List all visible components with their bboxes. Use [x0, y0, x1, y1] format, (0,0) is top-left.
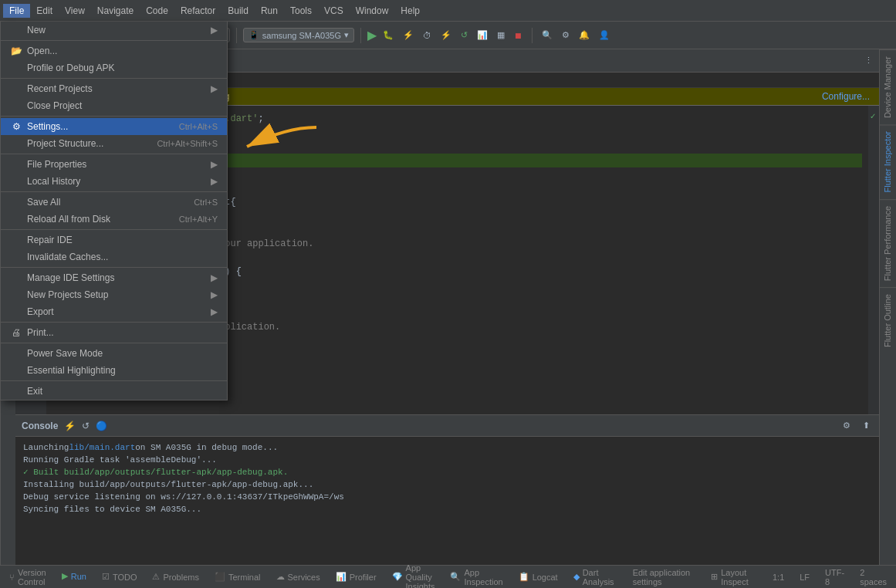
- menu-item-essential-highlighting[interactable]: Essential Highlighting: [1, 362, 227, 379]
- sep7: [1, 267, 227, 268]
- layout-inspect-icon: ⊞: [711, 572, 718, 582]
- panel-controls: ⚙ ⬆: [840, 419, 873, 432]
- menu-item-save-all[interactable]: Save All Ctrl+S: [1, 194, 227, 211]
- status-app-quality[interactable]: 💎 App Quality Insights: [389, 563, 438, 589]
- status-line-ending[interactable]: LF: [796, 568, 813, 586]
- menu-window[interactable]: Window: [350, 4, 395, 18]
- menu-item-local-history[interactable]: Local History ▶: [1, 173, 227, 190]
- right-gutter: ✓: [868, 106, 879, 414]
- dart-analysis-icon: ◆: [573, 572, 580, 582]
- sep5: [1, 191, 227, 192]
- menu-edit[interactable]: Edit: [30, 4, 59, 18]
- search-everywhere-button[interactable]: 🔍: [539, 29, 556, 42]
- status-run[interactable]: ▶ Run: [59, 563, 90, 589]
- menu-item-reload[interactable]: Reload All from Disk Ctrl+Alt+Y: [1, 211, 227, 228]
- tab-menu-button[interactable]: ⋮: [861, 54, 876, 67]
- status-version-control[interactable]: ⑂ Version Control: [6, 563, 49, 589]
- run-status-label: Run: [71, 572, 86, 581]
- menu-item-repair-ide[interactable]: Repair IDE: [1, 231, 227, 248]
- console-line-5: Debug service listening on ws://127.0.0.…: [23, 491, 871, 503]
- profile-button[interactable]: ⏱: [420, 29, 434, 42]
- flutter-outline-tab[interactable]: Flutter Outline: [880, 287, 897, 353]
- debug-button[interactable]: 🐛: [380, 29, 397, 42]
- problems-label: Problems: [163, 573, 198, 582]
- status-todo[interactable]: ☑ TODO: [99, 563, 140, 589]
- status-app-inspection[interactable]: 🔍 App Inspection: [447, 563, 505, 589]
- menu-item-print[interactable]: 🖨 Print...: [1, 324, 227, 341]
- console-content: Launching lib/main.dart on SM A035G in d…: [15, 437, 879, 565]
- menu-item-file-properties[interactable]: File Properties ▶: [1, 156, 227, 173]
- menu-item-new[interactable]: New ▶: [1, 22, 227, 39]
- edit-app-settings[interactable]: Edit application settings: [630, 568, 699, 586]
- menu-item-project-structure[interactable]: Project Structure... Ctrl+Alt+Shift+S: [1, 135, 227, 152]
- device-manager-tab[interactable]: Device Manager: [880, 49, 897, 124]
- services-label: Services: [288, 573, 320, 582]
- filter-icon[interactable]: 🔵: [96, 421, 107, 431]
- status-terminal[interactable]: ⬛ Terminal: [211, 563, 264, 589]
- menu-item-recent-projects[interactable]: Recent Projects ▶: [1, 80, 227, 97]
- settings-icon: ⚙: [10, 121, 22, 132]
- menu-navigate[interactable]: Navigate: [91, 4, 140, 18]
- flutter-inspector-tab[interactable]: Flutter Inspector: [880, 124, 897, 198]
- run-status-icon: ▶: [62, 571, 68, 581]
- flutter-perf-button[interactable]: 📊: [474, 29, 491, 42]
- menu-build[interactable]: Build: [221, 4, 255, 18]
- arrow-file-props: ▶: [211, 159, 218, 170]
- sep2: [1, 78, 227, 79]
- menu-item-profile-debug[interactable]: Profile or Debug APK: [1, 59, 227, 76]
- status-services[interactable]: ☁ Services: [273, 563, 323, 589]
- console-line-3: ✓ Built build/app/outputs/flutter-apk/ap…: [23, 466, 871, 478]
- hot-reload-button[interactable]: ⚡: [438, 29, 455, 42]
- panel-settings-button[interactable]: ⚙: [840, 419, 854, 432]
- attach-button[interactable]: ⚡: [400, 29, 417, 42]
- menu-view[interactable]: View: [59, 4, 91, 18]
- sep3: [1, 116, 227, 117]
- menu-item-settings[interactable]: ⚙ Settings... Ctrl+Alt+S: [1, 118, 227, 135]
- menu-refactor[interactable]: Refactor: [174, 4, 221, 18]
- menu-item-exit[interactable]: Exit: [1, 383, 227, 400]
- logcat-label: Logcat: [533, 573, 558, 582]
- bottom-panel: Console ⚡ ↺ 🔵 ⚙ ⬆ Launching lib/main.dar…: [15, 414, 879, 565]
- hot-restart-button[interactable]: ↺: [458, 29, 471, 42]
- arrow-new-projects: ▶: [211, 289, 218, 300]
- account-button[interactable]: 👤: [596, 29, 613, 42]
- problems-icon: ⚠: [152, 572, 160, 582]
- menu-item-close-project[interactable]: Close Project: [1, 97, 227, 114]
- panel-restore-button[interactable]: ⬆: [860, 419, 873, 432]
- todo-label: TODO: [113, 573, 137, 582]
- menu-item-manage-ide[interactable]: Manage IDE Settings ▶: [1, 269, 227, 286]
- stop-button[interactable]: ⏹: [511, 29, 526, 42]
- sep10: [1, 380, 227, 381]
- status-problems[interactable]: ⚠ Problems: [149, 563, 201, 589]
- menu-item-power-save[interactable]: Power Save Mode: [1, 345, 227, 362]
- status-dart-analysis[interactable]: ◆ Dart Analysis: [570, 563, 617, 589]
- menu-item-open[interactable]: 📂 Open...: [1, 42, 227, 59]
- app-inspection-label: App Inspection: [464, 568, 502, 586]
- sep4: [1, 154, 227, 154]
- run-button[interactable]: ▶: [367, 28, 377, 42]
- menu-tools[interactable]: Tools: [284, 4, 318, 18]
- flutter-performance-tab[interactable]: Flutter Performance: [880, 199, 897, 287]
- menu-item-export[interactable]: Export ▶: [1, 303, 227, 320]
- target-device-selector[interactable]: 📱 samsung SM-A035G ▾: [243, 28, 354, 42]
- settings-button[interactable]: ⚙: [559, 29, 573, 42]
- menu-help[interactable]: Help: [394, 4, 426, 18]
- status-encoding[interactable]: UTF-8: [822, 568, 847, 586]
- coverage-button[interactable]: ▦: [494, 29, 508, 42]
- notifications-button[interactable]: 🔔: [576, 29, 593, 42]
- status-layout-inspect[interactable]: ⊞ Layout Inspect: [708, 568, 760, 586]
- status-indent[interactable]: 2 spaces: [857, 568, 890, 586]
- menu-file[interactable]: File: [3, 4, 30, 18]
- status-logcat[interactable]: 📋 Logcat: [516, 563, 561, 589]
- lightning-icon[interactable]: ⚡: [64, 421, 76, 431]
- menu-item-invalidate-caches[interactable]: Invalidate Caches...: [1, 248, 227, 265]
- status-profiler[interactable]: 📊 Profiler: [333, 563, 380, 589]
- configure-link[interactable]: Configure...: [822, 91, 870, 102]
- status-position[interactable]: 1:1: [769, 568, 787, 586]
- menu-vcs[interactable]: VCS: [318, 4, 350, 18]
- menu-code[interactable]: Code: [140, 4, 174, 18]
- reload-console-icon[interactable]: ↺: [82, 421, 90, 431]
- version-control-label: Version Control: [18, 568, 46, 586]
- menu-run[interactable]: Run: [255, 4, 284, 18]
- menu-item-new-projects-setup[interactable]: New Projects Setup ▶: [1, 286, 227, 303]
